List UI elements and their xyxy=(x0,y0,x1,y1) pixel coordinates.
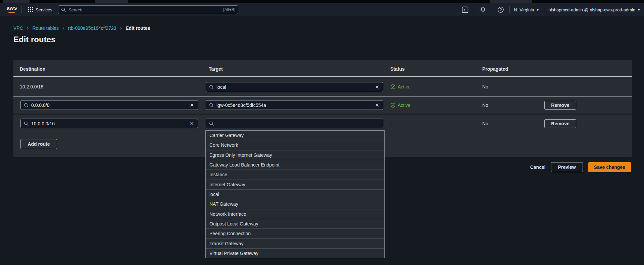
target-input-row1-field[interactable] xyxy=(216,84,374,90)
save-changes-button[interactable]: Save changes xyxy=(588,162,631,172)
column-header-target: Target xyxy=(209,66,223,72)
target-input-row1[interactable]: ✕ xyxy=(206,82,383,92)
search-shortcut-hint: [Alt+S] xyxy=(223,7,235,12)
row-divider xyxy=(13,114,632,114)
clear-icon[interactable]: ✕ xyxy=(374,102,380,108)
chevron-right-icon: › xyxy=(120,26,122,30)
dropdown-option-peering-connection[interactable]: Peering Connection xyxy=(206,228,384,238)
dropdown-option-nat-gateway[interactable]: NAT Gateway xyxy=(206,199,384,209)
dropdown-option-gateway-load-balancer-endpoint[interactable]: Gateway Load Balancer Endpoint xyxy=(206,160,384,170)
region-selector[interactable]: N. Virginia ▼ xyxy=(514,7,540,12)
remove-route-button-row2[interactable]: Remove xyxy=(544,101,576,110)
dropdown-option-local[interactable]: local xyxy=(206,189,384,199)
browser-tab-remnant xyxy=(95,0,128,3)
cloudshell-button[interactable] xyxy=(461,5,469,14)
bell-icon xyxy=(480,6,486,13)
destination-input-row2-field[interactable] xyxy=(31,103,189,108)
target-input-row2-field[interactable] xyxy=(216,103,374,108)
status-row2: Active xyxy=(390,103,410,108)
destination-value: 10.2.0.0/16 xyxy=(20,84,43,89)
browser-chrome-strip xyxy=(0,0,644,3)
column-header-propagated: Propagated xyxy=(482,66,508,72)
breadcrumb-route-table-id[interactable]: rtb-090e95c164cff2723 xyxy=(68,25,116,31)
clear-icon[interactable]: ✕ xyxy=(374,84,380,90)
svg-text:?: ? xyxy=(499,8,502,12)
global-search-input[interactable] xyxy=(68,7,223,12)
account-menu[interactable]: nishapmcd-admin @ nishap-aws-prod-admin … xyxy=(548,7,641,12)
column-header-status: Status xyxy=(390,66,405,72)
question-circle-icon: ? xyxy=(497,6,504,13)
destination-input-row2[interactable]: ✕ xyxy=(20,100,198,110)
search-icon xyxy=(209,103,214,108)
propagated-value: No xyxy=(482,103,488,108)
breadcrumb: VPC › Route tables › rtb-090e95c164cff27… xyxy=(13,25,150,31)
clear-icon[interactable]: ✕ xyxy=(189,102,195,108)
grid-icon xyxy=(28,7,33,12)
chevron-down-icon: ▼ xyxy=(637,8,641,12)
destination-input-row3-field[interactable] xyxy=(31,121,189,126)
nav-divider xyxy=(492,6,492,13)
destination-input-row3[interactable]: ✕ xyxy=(20,119,198,128)
status-row1: Active xyxy=(390,84,410,89)
dropdown-option-instance[interactable]: Instance xyxy=(206,170,384,179)
search-icon xyxy=(61,7,66,12)
page-title: Edit routes xyxy=(13,35,55,44)
dropdown-option-transit-gateway[interactable]: Transit Gateway xyxy=(206,238,384,248)
services-menu-button[interactable]: Services xyxy=(28,3,52,16)
target-input-row3-field[interactable] xyxy=(216,121,380,126)
aws-smile-icon xyxy=(8,10,16,13)
notifications-button[interactable] xyxy=(479,5,487,14)
cloudshell-terminal-icon xyxy=(462,6,468,13)
top-navigation-bar: aws Services [Alt+S] xyxy=(0,3,644,16)
column-header-destination: Destination xyxy=(20,66,45,72)
account-label: nishapmcd-admin @ nishap-aws-prod-admin xyxy=(548,7,635,12)
region-label: N. Virginia xyxy=(514,7,534,12)
propagated-value: No xyxy=(482,121,488,126)
chevron-right-icon: › xyxy=(62,26,64,30)
status-label: Active xyxy=(398,103,410,108)
check-circle-icon xyxy=(390,84,396,89)
target-input-row2[interactable]: ✕ xyxy=(206,100,383,110)
breadcrumb-current: Edit routes xyxy=(126,25,150,31)
search-icon xyxy=(24,103,29,108)
search-icon xyxy=(209,121,214,126)
target-options-dropdown: Carrier Gateway Core Network Egress Only… xyxy=(205,130,385,258)
nav-divider xyxy=(21,6,22,13)
global-search-box[interactable]: [Alt+S] xyxy=(58,5,238,14)
browser-tab-remnant xyxy=(490,0,532,3)
clear-icon[interactable]: ✕ xyxy=(189,121,195,127)
services-label: Services xyxy=(36,7,52,12)
cancel-button[interactable]: Cancel xyxy=(530,164,546,170)
browser-tab-remnant xyxy=(3,0,30,3)
check-circle-icon xyxy=(390,103,396,108)
status-row3: – xyxy=(390,121,393,126)
row-divider xyxy=(13,96,632,96)
dropdown-option-carrier-gateway[interactable]: Carrier Gateway xyxy=(206,131,384,140)
preview-button[interactable]: Preview xyxy=(551,162,583,172)
dropdown-option-virtual-private-gateway[interactable]: Virtual Private Gateway xyxy=(206,248,384,258)
add-route-button[interactable]: Add route xyxy=(20,139,57,149)
breadcrumb-vpc[interactable]: VPC xyxy=(13,25,23,31)
chevron-right-icon: › xyxy=(27,26,29,30)
dropdown-option-core-network[interactable]: Core Network xyxy=(206,140,384,150)
header-divider xyxy=(13,76,632,77)
status-label: Active xyxy=(398,84,410,89)
aws-logo-text: aws xyxy=(6,5,17,10)
propagated-value: No xyxy=(482,84,488,89)
breadcrumb-route-tables[interactable]: Route tables xyxy=(32,25,59,31)
nav-divider xyxy=(474,6,474,13)
remove-route-button-row3[interactable]: Remove xyxy=(544,119,576,128)
nav-divider xyxy=(544,6,544,13)
help-button[interactable]: ? xyxy=(496,5,505,14)
dropdown-option-outpost-local-gateway[interactable]: Outpost Local Gateway xyxy=(206,219,384,228)
dropdown-option-egress-only-internet-gateway[interactable]: Egress Only Internet Gateway xyxy=(206,150,384,160)
search-icon xyxy=(24,121,29,126)
chevron-down-icon: ▼ xyxy=(536,8,539,12)
dropdown-option-internet-gateway[interactable]: Internet Gateway xyxy=(206,180,384,189)
search-icon xyxy=(209,85,214,89)
aws-logo[interactable]: aws xyxy=(6,5,17,13)
target-input-row3[interactable] xyxy=(206,119,383,128)
nav-divider xyxy=(509,6,510,13)
dropdown-option-network-interface[interactable]: Network Interface xyxy=(206,209,384,219)
